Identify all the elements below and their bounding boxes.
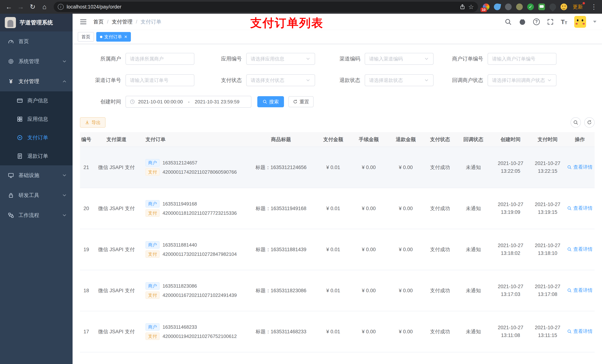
search-icon [262,99,267,104]
avatar-caret-icon[interactable] [593,21,596,23]
cell-fee: ¥ 0.00 [350,311,387,352]
search-button[interactable]: 搜索 [257,96,284,107]
green-check-extension-icon[interactable]: ✓ [527,3,534,10]
cell-fee: ¥ 0.00 [350,188,387,229]
view-detail-link[interactable]: 查看详情 [567,205,592,211]
cell-refund [387,352,424,364]
share-icon[interactable] [460,4,465,10]
col-pay-order: 支付订单 [140,132,246,147]
cell-refund: ¥ 0.00 [387,229,424,270]
sidebar-item-app-info[interactable]: 应用信息 [0,110,73,128]
sidebar-item-workflow[interactable]: 工作流程 [0,205,73,225]
sidebar-item-refund-order[interactable]: 退款订单 [0,147,73,165]
view-detail-link[interactable]: 查看详情 [567,328,592,335]
refresh-table-button[interactable] [584,117,595,128]
table-row: 17 微信 JSAPI 支付 商户1635311468233 支付4200001… [80,311,595,352]
workflow-icon [7,212,14,219]
sidebar-item-home[interactable]: 首页 [0,31,73,52]
merchant-order-no-input[interactable] [488,53,557,65]
cell-status: 支付成功 [424,311,456,352]
app-logo[interactable]: 芋道管理系统 [0,14,73,31]
callback-status-select[interactable]: 请选择订单回调商户状态 [488,74,557,86]
sidebar-item-merchant-info[interactable]: 商户信息 [0,91,73,110]
view-detail-link[interactable]: 查看详情 [567,164,592,170]
channel-code-select[interactable]: 请输入渠道编码 [365,53,434,65]
home-icon[interactable]: ⌂ [39,2,50,12]
forward-icon[interactable]: → [16,2,26,12]
date-start-value[interactable]: 2021-10-01 00:00:00 [138,99,183,105]
cell-id [80,352,93,364]
search-icon[interactable] [505,18,512,25]
reload-icon[interactable]: ↻ [27,2,38,12]
cell-pay-time: 2021-10-2713:18:10 [530,229,565,270]
chevron-down-icon [424,78,429,83]
sidebar-item-system[interactable]: 系统管理 [0,52,73,71]
cell-pay-time: 2021-10-2713:11:15 [530,311,565,352]
browser-update-button[interactable]: 更新 [572,2,585,11]
back-icon[interactable]: ← [4,2,14,12]
sidebar-item-infrastructure[interactable]: 基础设施 [0,165,73,185]
blue-drop-extension-icon[interactable] [493,3,501,11]
cell-create-time [491,352,530,364]
cell-notify: 未通知 [456,270,491,311]
sidebar-item-dev-tools[interactable]: 研发工具 [0,185,73,205]
url-bar[interactable]: i localhost:1024/pay/order ☆ [54,2,478,12]
green-chat-extension-icon[interactable] [538,3,545,10]
view-detail-link[interactable]: 查看详情 [567,287,592,293]
view-detail-link[interactable]: 查看详情 [567,246,592,252]
filter-label-channel-order-no: 渠道订单号 [80,77,121,84]
chevron-down-icon [62,59,67,64]
tab-home[interactable]: 首页 [78,32,94,42]
sidebar-menu: 首页 系统管理 ¥ 支付管理 商户信息 应用信息 [0,31,73,225]
font-size-icon[interactable]: TT [561,19,567,25]
date-end-value[interactable]: 2021-10-31 23:59:59 [195,99,239,105]
cell-channel [93,352,140,364]
toggle-search-button[interactable] [570,117,581,128]
pay-status-select[interactable]: 请选择支付状态 [246,74,315,86]
cell-notify: 未通知 [456,311,491,352]
breadcrumb-home[interactable]: 首页 [93,18,104,25]
site-info-icon[interactable]: i [58,4,64,10]
dark-pin-extension-icon[interactable] [548,2,558,12]
cell-channel: 微信 JSAPI 支付 [93,188,140,229]
breadcrumb-pay-manage[interactable]: 支付管理 [112,18,133,25]
cell-title: 标题：1635311881439 [246,229,316,270]
hamburger-icon[interactable] [80,18,87,26]
bookmark-star-icon[interactable]: ☆ [468,3,474,10]
color-wheel-extension-icon[interactable]: 10 [483,3,489,10]
sidebar-item-pay-order[interactable]: 支付订单 [0,128,73,147]
cell-status: 支付成功 [424,147,456,188]
refund-status-select[interactable]: 请选择退款状态 [365,74,434,86]
reset-button[interactable]: 重置 [288,96,314,107]
merchant-tag: 商户 [146,323,160,331]
yen-icon: ¥ [7,78,14,85]
pay-tag: 支付 [146,168,160,176]
cell-fee [350,352,387,364]
merchant-input[interactable] [126,53,194,65]
merchant-tag: 商户 [146,241,160,249]
filter-label-refund-status: 退款状态 [315,77,360,84]
url-text[interactable]: localhost:1024/pay/order [67,4,121,10]
date-range-picker[interactable]: 2021-10-01 00:00:00 - 2021-10-31 23:59:5… [126,96,251,108]
fullscreen-icon[interactable] [547,18,554,25]
tab-pay-order[interactable]: 支付订单 × [96,32,131,42]
github-icon[interactable] [519,18,526,26]
sidebar-item-payment[interactable]: ¥ 支付管理 [0,71,73,91]
app-no-select[interactable]: 请选择应用信息 [246,53,315,65]
filter-label-pay-status: 支付状态 [194,77,242,84]
browser-menu-icon[interactable]: ⋮ [589,3,598,11]
cell-title: 标题：1635311823086 [246,270,316,311]
chevron-down-icon [62,193,67,198]
cell-title: 标题：1635312124656 [246,147,316,188]
tab-close-icon[interactable]: × [124,34,127,39]
smiley-extension-icon[interactable] [560,3,567,10]
user-avatar[interactable] [574,16,586,28]
olive-circle-extension-icon[interactable] [516,3,523,10]
chevron-up-icon [62,79,67,84]
col-id: 编号 [80,132,93,147]
export-button[interactable]: 导出 [80,117,106,128]
help-icon[interactable]: ? [533,19,540,25]
channel-order-no-input[interactable] [126,74,194,86]
gray-circle-extension-icon[interactable] [505,3,512,10]
cell-status: 支付成功 [424,229,456,270]
